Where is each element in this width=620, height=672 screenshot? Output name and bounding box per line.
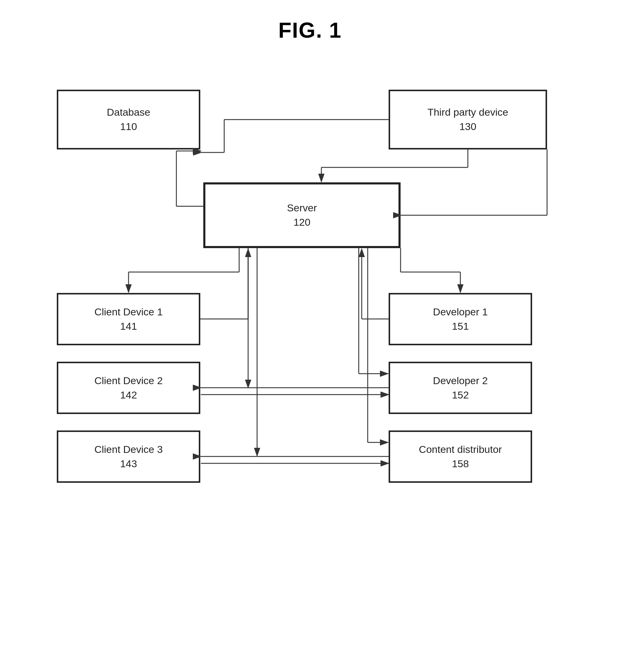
client2-box: Client Device 2 142 xyxy=(57,362,200,414)
developer2-label: Developer 2 xyxy=(433,374,487,388)
developer2-id: 152 xyxy=(452,388,469,402)
database-label: Database xyxy=(107,105,150,119)
third-party-id: 130 xyxy=(460,119,476,134)
client3-box: Client Device 3 143 xyxy=(57,430,200,483)
client1-id: 141 xyxy=(120,319,137,333)
page-title: FIG. 1 xyxy=(0,0,620,43)
developer2-box: Developer 2 152 xyxy=(389,362,532,414)
database-id: 110 xyxy=(120,119,137,134)
client1-label: Client Device 1 xyxy=(95,305,163,319)
client2-id: 142 xyxy=(120,388,137,402)
developer1-label: Developer 1 xyxy=(433,305,487,319)
server-id: 120 xyxy=(294,215,311,229)
third-party-box: Third party device 130 xyxy=(389,90,547,150)
developer1-box: Developer 1 151 xyxy=(389,293,532,345)
client2-label: Client Device 2 xyxy=(95,374,163,388)
arrows-diagram xyxy=(30,60,590,658)
server-box: Server 120 xyxy=(203,183,401,248)
client1-box: Client Device 1 141 xyxy=(57,293,200,345)
diagram: Database 110 Third party device 130 Serv… xyxy=(30,60,590,658)
database-box: Database 110 xyxy=(57,90,200,150)
content-distributor-box: Content distributor 158 xyxy=(389,430,532,483)
content-distributor-label: Content distributor xyxy=(419,443,502,457)
client3-id: 143 xyxy=(120,457,137,471)
client3-label: Client Device 3 xyxy=(95,443,163,457)
content-distributor-id: 158 xyxy=(452,457,469,471)
developer1-id: 151 xyxy=(452,319,469,333)
server-label: Server xyxy=(287,201,317,215)
third-party-label: Third party device xyxy=(427,105,508,119)
